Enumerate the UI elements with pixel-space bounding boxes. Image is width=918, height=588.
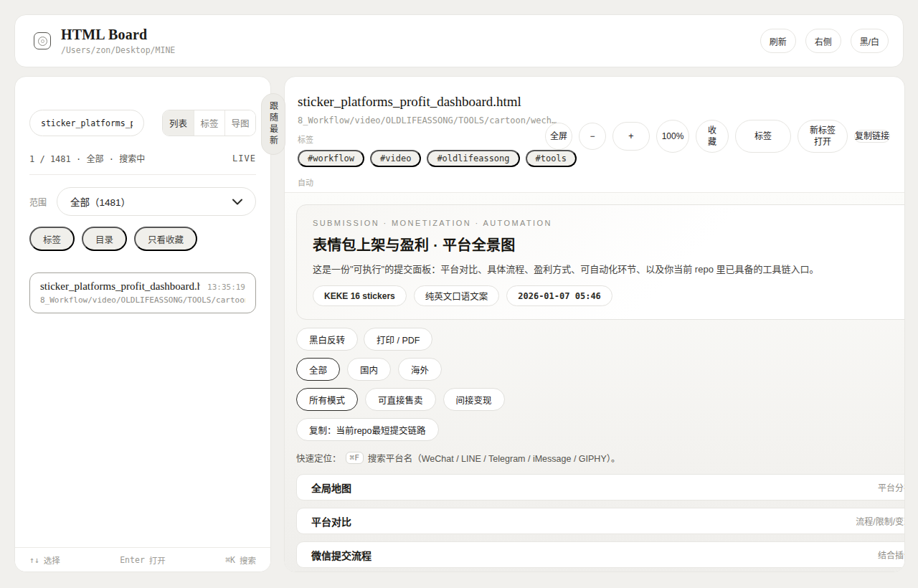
region-filter-button[interactable]: 海外 — [398, 358, 442, 381]
mode-filter-button[interactable]: 可直接售卖 — [365, 388, 436, 411]
section-list: 全局地图 平台分布 平台对比 流程/限制/变现 微信提交流程 结合插件 海外平台… — [296, 474, 904, 572]
quick-find-hint: 快速定位： ⌘F 搜索平台名（WeChat / LINE / Telegram … — [296, 451, 904, 465]
viewer-toolbar: 全屏−+100%收藏标签新标签打开复制链接 — [545, 119, 890, 153]
follow-latest-button[interactable]: 跟随最新 — [261, 93, 285, 155]
viewer-toolbar-button[interactable]: + — [612, 122, 650, 151]
quick-find-prefix: 快速定位： — [296, 451, 341, 465]
view-tab[interactable]: 导图 — [224, 110, 255, 136]
tag-chip[interactable]: #oldlifeassong — [427, 150, 519, 167]
file-title: sticker_platforms_profit_dashboard.html — [298, 94, 890, 110]
hero-card: SUBMISSION · MONETIZATION · AUTOMATION 表… — [296, 204, 904, 320]
search-row: 列表标签导图 — [29, 110, 256, 136]
sidebar-filter-chip[interactable]: 标签 — [29, 227, 75, 251]
app-title: HTML Board — [61, 27, 175, 43]
section-title: 全局地图 — [311, 480, 351, 495]
result-path: 8_Workflow/video/OLDLIFEASSONG/TOOLS/car… — [40, 295, 245, 305]
header-actions: 刷新右侧黑/白 — [760, 29, 889, 53]
document-action-button[interactable]: 打印 / PDF — [364, 328, 432, 351]
mode-filter-button[interactable]: 间接变现 — [443, 388, 505, 411]
viewer-toolbar-button[interactable]: 全屏 — [545, 123, 572, 150]
keyboard-hint: ⌘K 搜索 — [225, 554, 256, 566]
result-timestamp: 13:35:19 — [207, 283, 245, 292]
mode-filter-button[interactable]: 所有模式 — [296, 388, 358, 411]
section-hint: 结合插件 — [878, 549, 904, 561]
brand-block: HTML Board /Users/zon/Desktop/MINE — [61, 27, 175, 55]
section-hint: 平台分布 — [878, 481, 904, 493]
keyboard-hint-label: 选择 — [44, 554, 60, 566]
view-tab[interactable]: 列表 — [163, 110, 194, 136]
main-header: sticker_platforms_profit_dashboard.html … — [285, 77, 904, 193]
keyboard-hint-key: ↑↓ — [29, 555, 39, 565]
section-hint: 流程/限制/变现 — [856, 515, 904, 527]
live-badge: LIVE — [232, 153, 256, 163]
sidebar-filter-chip[interactable]: 目录 — [82, 227, 127, 251]
header-button[interactable]: 黑/白 — [851, 29, 889, 53]
sidebar-filter-chips: 标签目录只看收藏 — [29, 227, 256, 251]
section-title: 微信提交流程 — [311, 548, 372, 562]
copy-repo-link-button[interactable]: 复制：当前repo最短提交链路 — [296, 418, 439, 441]
view-tab[interactable]: 标签 — [194, 110, 224, 136]
sidebar-footer: ↑↓ 选择 Enter 打开 ⌘K 搜索 — [15, 547, 270, 572]
tag-chip[interactable]: #video — [370, 150, 421, 167]
embedded-document: SUBMISSION · MONETIZATION · AUTOMATION 表… — [285, 193, 904, 572]
document-action-button[interactable]: 黑白反转 — [296, 328, 358, 351]
auto-label: 自动 — [298, 176, 890, 188]
hero-meta-chip: KEKE 16 stickers — [313, 285, 407, 306]
root-path: /Users/zon/Desktop/MINE — [61, 45, 175, 55]
keyboard-hint: Enter 打开 — [120, 554, 166, 566]
region-filter-button[interactable]: 国内 — [347, 358, 391, 381]
chevron-down-icon — [232, 199, 242, 205]
quick-find-suffix: 搜索平台名（WeChat / LINE / Telegram / iMessag… — [368, 451, 620, 465]
section-row[interactable]: 平台对比 流程/限制/变现 — [296, 508, 904, 534]
scope-row: 范围 全部（1481） — [29, 187, 256, 216]
command-f-kbd: ⌘F — [346, 452, 364, 464]
keyboard-hint-label: 搜索 — [240, 554, 256, 566]
keyboard-hint: ↑↓ 选择 — [29, 554, 60, 566]
section-row[interactable]: 全局地图 平台分布 — [296, 474, 904, 501]
sidebar-filter-chip[interactable]: 只看收藏 — [134, 227, 197, 251]
hero-meta-chip: 2026-01-07 05:46 — [506, 285, 612, 306]
hero-meta-chips: KEKE 16 stickers纯英文口语文案2026-01-07 05:46 — [313, 285, 904, 306]
viewer-toolbar-button[interactable]: 标签 — [735, 120, 791, 153]
scope-select[interactable]: 全部（1481） — [57, 187, 256, 216]
view-switcher: 列表标签导图 — [162, 110, 256, 136]
result-title: sticker_platforms_profit_dashboard.h… — [40, 280, 200, 293]
app-header: HTML Board /Users/zon/Desktop/MINE 刷新右侧黑… — [14, 14, 904, 67]
section-title: 平台对比 — [311, 514, 351, 528]
section-row[interactable]: 微信提交流程 结合插件 — [296, 541, 904, 568]
status-row: 1 / 1481 · 全部 · 搜索中 LIVE — [29, 152, 256, 175]
region-filter-button[interactable]: 全部 — [296, 358, 340, 381]
keyboard-hint-key: ⌘K — [225, 555, 235, 565]
hero-eyebrow: SUBMISSION · MONETIZATION · AUTOMATION — [313, 219, 904, 227]
hero-description: 这是一份"可执行"的提交面板：平台对比、具体流程、盈利方式、可自动化环节、以及你… — [313, 262, 904, 275]
hero-meta-chip: 纯英文口语文案 — [414, 285, 500, 306]
region-filter-row: 全部国内海外 — [296, 358, 904, 381]
sidebar: 列表标签导图 1 / 1481 · 全部 · 搜索中 LIVE 范围 全部（14… — [14, 76, 271, 572]
keyboard-hint-key: Enter — [120, 555, 145, 565]
hero-title: 表情包上架与盈利 · 平台全景图 — [313, 234, 904, 255]
viewer-toolbar-button[interactable]: 收藏 — [696, 120, 729, 153]
mode-filter-row: 所有模式可直接售卖间接变现 — [296, 388, 904, 411]
viewer-toolbar-button[interactable]: 复制链接 — [854, 130, 890, 143]
result-counter: 1 / 1481 · 全部 · 搜索中 — [29, 152, 145, 164]
viewer-toolbar-button[interactable]: 100% — [656, 120, 689, 153]
main-panel: sticker_platforms_profit_dashboard.html … — [284, 76, 905, 572]
viewer-toolbar-button[interactable]: 新标签打开 — [798, 120, 848, 153]
scope-value: 全部（1481） — [70, 194, 131, 209]
document-actions: 黑白反转打印 / PDF — [296, 328, 904, 351]
viewer-toolbar-button[interactable]: − — [579, 123, 606, 150]
search-input[interactable] — [29, 110, 144, 136]
header-button[interactable]: 右侧 — [805, 29, 841, 53]
tag-chip[interactable]: #workflow — [298, 150, 364, 167]
app-logo-icon — [34, 32, 51, 49]
keyboard-hint-label: 打开 — [149, 554, 166, 566]
result-card[interactable]: sticker_platforms_profit_dashboard.h… 13… — [29, 272, 256, 313]
header-button[interactable]: 刷新 — [760, 29, 796, 53]
scope-label: 范围 — [29, 196, 47, 208]
